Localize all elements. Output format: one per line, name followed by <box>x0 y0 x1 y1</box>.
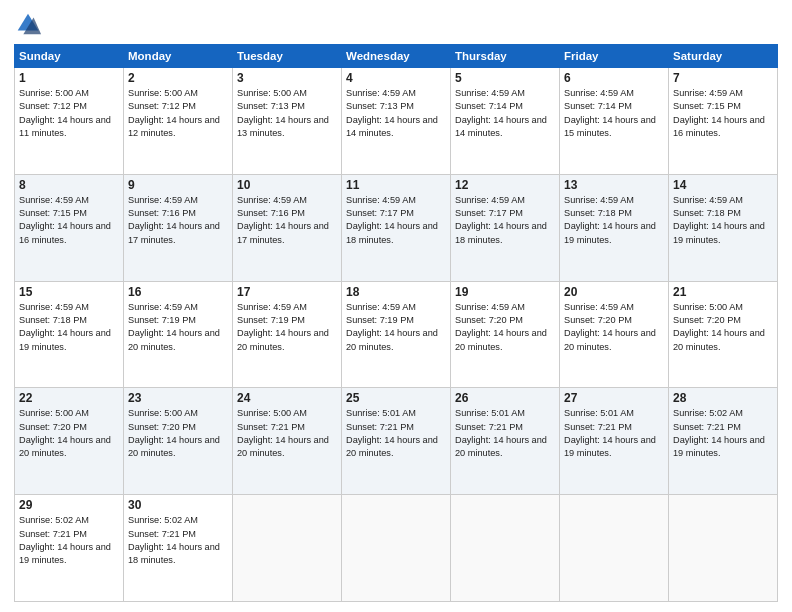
calendar-cell: 23Sunrise: 5:00 AMSunset: 7:20 PMDayligh… <box>124 388 233 495</box>
calendar-cell: 7Sunrise: 4:59 AMSunset: 7:15 PMDaylight… <box>669 68 778 175</box>
col-header-wednesday: Wednesday <box>342 45 451 68</box>
calendar-cell: 15Sunrise: 4:59 AMSunset: 7:18 PMDayligh… <box>15 281 124 388</box>
calendar-cell: 22Sunrise: 5:00 AMSunset: 7:20 PMDayligh… <box>15 388 124 495</box>
cell-info: Sunrise: 4:59 AMSunset: 7:14 PMDaylight:… <box>455 87 555 140</box>
cell-info: Sunrise: 5:00 AMSunset: 7:20 PMDaylight:… <box>19 407 119 460</box>
calendar-cell: 1Sunrise: 5:00 AMSunset: 7:12 PMDaylight… <box>15 68 124 175</box>
calendar-week-row: 29Sunrise: 5:02 AMSunset: 7:21 PMDayligh… <box>15 495 778 602</box>
calendar-week-row: 8Sunrise: 4:59 AMSunset: 7:15 PMDaylight… <box>15 174 778 281</box>
cell-info: Sunrise: 4:59 AMSunset: 7:16 PMDaylight:… <box>128 194 228 247</box>
day-number: 18 <box>346 285 446 299</box>
day-number: 15 <box>19 285 119 299</box>
cell-info: Sunrise: 5:00 AMSunset: 7:12 PMDaylight:… <box>19 87 119 140</box>
calendar-cell: 17Sunrise: 4:59 AMSunset: 7:19 PMDayligh… <box>233 281 342 388</box>
calendar-cell: 2Sunrise: 5:00 AMSunset: 7:12 PMDaylight… <box>124 68 233 175</box>
calendar-cell: 28Sunrise: 5:02 AMSunset: 7:21 PMDayligh… <box>669 388 778 495</box>
calendar-cell: 18Sunrise: 4:59 AMSunset: 7:19 PMDayligh… <box>342 281 451 388</box>
cell-info: Sunrise: 4:59 AMSunset: 7:16 PMDaylight:… <box>237 194 337 247</box>
calendar-cell: 29Sunrise: 5:02 AMSunset: 7:21 PMDayligh… <box>15 495 124 602</box>
calendar-table: SundayMondayTuesdayWednesdayThursdayFrid… <box>14 44 778 602</box>
cell-info: Sunrise: 5:00 AMSunset: 7:20 PMDaylight:… <box>673 301 773 354</box>
day-number: 29 <box>19 498 119 512</box>
day-number: 12 <box>455 178 555 192</box>
calendar-cell: 10Sunrise: 4:59 AMSunset: 7:16 PMDayligh… <box>233 174 342 281</box>
day-number: 17 <box>237 285 337 299</box>
day-number: 5 <box>455 71 555 85</box>
page: SundayMondayTuesdayWednesdayThursdayFrid… <box>0 0 792 612</box>
calendar-cell: 3Sunrise: 5:00 AMSunset: 7:13 PMDaylight… <box>233 68 342 175</box>
day-number: 27 <box>564 391 664 405</box>
col-header-thursday: Thursday <box>451 45 560 68</box>
calendar-cell: 6Sunrise: 4:59 AMSunset: 7:14 PMDaylight… <box>560 68 669 175</box>
cell-info: Sunrise: 4:59 AMSunset: 7:19 PMDaylight:… <box>128 301 228 354</box>
cell-info: Sunrise: 5:01 AMSunset: 7:21 PMDaylight:… <box>564 407 664 460</box>
calendar-cell <box>669 495 778 602</box>
cell-info: Sunrise: 5:02 AMSunset: 7:21 PMDaylight:… <box>19 514 119 567</box>
calendar-cell: 21Sunrise: 5:00 AMSunset: 7:20 PMDayligh… <box>669 281 778 388</box>
day-number: 24 <box>237 391 337 405</box>
cell-info: Sunrise: 4:59 AMSunset: 7:17 PMDaylight:… <box>346 194 446 247</box>
col-header-monday: Monday <box>124 45 233 68</box>
cell-info: Sunrise: 5:01 AMSunset: 7:21 PMDaylight:… <box>346 407 446 460</box>
cell-info: Sunrise: 4:59 AMSunset: 7:18 PMDaylight:… <box>19 301 119 354</box>
col-header-saturday: Saturday <box>669 45 778 68</box>
cell-info: Sunrise: 4:59 AMSunset: 7:13 PMDaylight:… <box>346 87 446 140</box>
calendar-week-row: 1Sunrise: 5:00 AMSunset: 7:12 PMDaylight… <box>15 68 778 175</box>
day-number: 4 <box>346 71 446 85</box>
day-number: 9 <box>128 178 228 192</box>
day-number: 16 <box>128 285 228 299</box>
calendar-cell <box>560 495 669 602</box>
calendar-cell: 5Sunrise: 4:59 AMSunset: 7:14 PMDaylight… <box>451 68 560 175</box>
calendar-cell: 25Sunrise: 5:01 AMSunset: 7:21 PMDayligh… <box>342 388 451 495</box>
cell-info: Sunrise: 4:59 AMSunset: 7:18 PMDaylight:… <box>564 194 664 247</box>
col-header-sunday: Sunday <box>15 45 124 68</box>
day-number: 26 <box>455 391 555 405</box>
day-number: 25 <box>346 391 446 405</box>
day-number: 3 <box>237 71 337 85</box>
day-number: 23 <box>128 391 228 405</box>
calendar-cell <box>233 495 342 602</box>
day-number: 22 <box>19 391 119 405</box>
calendar-cell: 12Sunrise: 4:59 AMSunset: 7:17 PMDayligh… <box>451 174 560 281</box>
day-number: 30 <box>128 498 228 512</box>
calendar-cell: 16Sunrise: 4:59 AMSunset: 7:19 PMDayligh… <box>124 281 233 388</box>
day-number: 10 <box>237 178 337 192</box>
cell-info: Sunrise: 5:01 AMSunset: 7:21 PMDaylight:… <box>455 407 555 460</box>
day-number: 6 <box>564 71 664 85</box>
day-number: 2 <box>128 71 228 85</box>
cell-info: Sunrise: 5:00 AMSunset: 7:12 PMDaylight:… <box>128 87 228 140</box>
day-number: 11 <box>346 178 446 192</box>
calendar-cell: 4Sunrise: 4:59 AMSunset: 7:13 PMDaylight… <box>342 68 451 175</box>
cell-info: Sunrise: 5:02 AMSunset: 7:21 PMDaylight:… <box>128 514 228 567</box>
calendar-week-row: 15Sunrise: 4:59 AMSunset: 7:18 PMDayligh… <box>15 281 778 388</box>
calendar-cell: 19Sunrise: 4:59 AMSunset: 7:20 PMDayligh… <box>451 281 560 388</box>
calendar-cell: 11Sunrise: 4:59 AMSunset: 7:17 PMDayligh… <box>342 174 451 281</box>
day-number: 1 <box>19 71 119 85</box>
cell-info: Sunrise: 4:59 AMSunset: 7:17 PMDaylight:… <box>455 194 555 247</box>
cell-info: Sunrise: 5:00 AMSunset: 7:21 PMDaylight:… <box>237 407 337 460</box>
col-header-friday: Friday <box>560 45 669 68</box>
cell-info: Sunrise: 5:00 AMSunset: 7:13 PMDaylight:… <box>237 87 337 140</box>
day-number: 8 <box>19 178 119 192</box>
cell-info: Sunrise: 4:59 AMSunset: 7:19 PMDaylight:… <box>237 301 337 354</box>
calendar-week-row: 22Sunrise: 5:00 AMSunset: 7:20 PMDayligh… <box>15 388 778 495</box>
day-number: 14 <box>673 178 773 192</box>
day-number: 19 <box>455 285 555 299</box>
day-number: 21 <box>673 285 773 299</box>
calendar-cell <box>451 495 560 602</box>
cell-info: Sunrise: 4:59 AMSunset: 7:14 PMDaylight:… <box>564 87 664 140</box>
day-number: 7 <box>673 71 773 85</box>
cell-info: Sunrise: 4:59 AMSunset: 7:19 PMDaylight:… <box>346 301 446 354</box>
cell-info: Sunrise: 4:59 AMSunset: 7:15 PMDaylight:… <box>673 87 773 140</box>
col-header-tuesday: Tuesday <box>233 45 342 68</box>
calendar-cell: 27Sunrise: 5:01 AMSunset: 7:21 PMDayligh… <box>560 388 669 495</box>
day-number: 28 <box>673 391 773 405</box>
calendar-cell: 30Sunrise: 5:02 AMSunset: 7:21 PMDayligh… <box>124 495 233 602</box>
cell-info: Sunrise: 4:59 AMSunset: 7:15 PMDaylight:… <box>19 194 119 247</box>
calendar-cell: 24Sunrise: 5:00 AMSunset: 7:21 PMDayligh… <box>233 388 342 495</box>
cell-info: Sunrise: 5:00 AMSunset: 7:20 PMDaylight:… <box>128 407 228 460</box>
logo-icon <box>14 10 42 38</box>
day-number: 20 <box>564 285 664 299</box>
calendar-cell: 13Sunrise: 4:59 AMSunset: 7:18 PMDayligh… <box>560 174 669 281</box>
day-number: 13 <box>564 178 664 192</box>
